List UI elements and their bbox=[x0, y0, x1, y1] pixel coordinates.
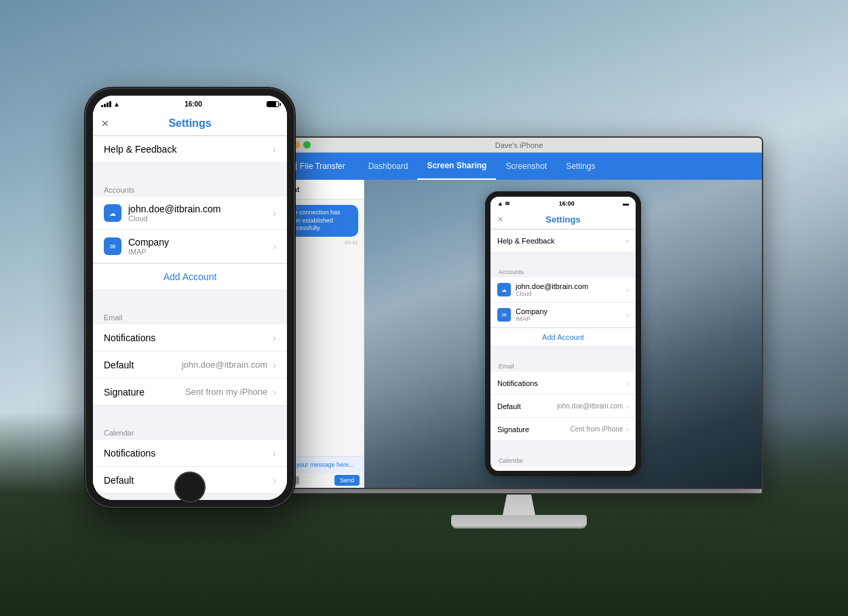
chevron-icon: › bbox=[273, 387, 276, 398]
settings-title: Settings bbox=[168, 117, 211, 130]
nav-settings[interactable]: Settings bbox=[556, 153, 604, 180]
accounts-section: Accounts ☁ john.doe@itbrain.com Cloud › bbox=[93, 176, 287, 290]
iphone-screen-area: ▲ 16:00 ✕ Settings bbox=[93, 96, 287, 500]
mirror-email-signature-right: Cent from iPhone › bbox=[571, 425, 630, 434]
account-row-2[interactable]: ✉ Company IMAP › bbox=[93, 230, 287, 263]
mirror-cloud-icon: ☁ bbox=[497, 283, 511, 296]
mirror-calendar-notifications-content: Notifications bbox=[497, 474, 626, 477]
mirror-calendar-notifications-row[interactable]: Notifications › bbox=[490, 466, 636, 476]
wifi-icon: ▲ bbox=[113, 100, 120, 108]
window-title: Dave's iPhone bbox=[495, 141, 543, 149]
email-notifications-label: Notifications bbox=[104, 332, 155, 343]
chevron-icon: › bbox=[273, 208, 276, 218]
mirror-accounts-header: Accounts bbox=[490, 262, 636, 277]
battery-icon bbox=[267, 101, 279, 107]
help-feedback-row[interactable]: Help & Feedback › bbox=[93, 136, 287, 163]
maximize-traffic-light[interactable] bbox=[303, 141, 311, 149]
mirror-add-account-label: Add Account bbox=[542, 333, 584, 341]
mirror-help-label: Help & Feedback bbox=[497, 237, 554, 245]
chevron-icon: › bbox=[273, 448, 276, 459]
calendar-default-label: Default bbox=[104, 475, 134, 486]
app-body: Chat The connection has been established… bbox=[276, 180, 762, 488]
email-default-row[interactable]: Default john.doe@itbrain.com › bbox=[93, 351, 287, 379]
mirror-email-signature-row[interactable]: Signature Cent from iPhone › bbox=[490, 418, 636, 441]
account-2-content: Company IMAP bbox=[128, 237, 273, 256]
chevron-icon: › bbox=[626, 311, 629, 319]
mirror-email-notifications-row[interactable]: Notifications › bbox=[490, 372, 636, 395]
chevron-icon: › bbox=[273, 144, 276, 155]
chevron-icon: › bbox=[626, 402, 629, 410]
help-feedback-label: Help & Feedback bbox=[104, 144, 176, 155]
chevron-icon: › bbox=[626, 379, 629, 387]
nav-screenshot[interactable]: Screenshot bbox=[496, 153, 556, 180]
mirror-help-row[interactable]: Help & Feedback › bbox=[490, 229, 636, 252]
email-notifications-row[interactable]: Notifications › bbox=[93, 324, 287, 351]
email-signature-label: Signature bbox=[104, 387, 144, 398]
main-content-area: ▲ ≋ 16:00 ▬ ✕ Settings bbox=[364, 180, 762, 488]
calendar-notifications-row[interactable]: Notifications › bbox=[93, 440, 287, 467]
iphone-screen: ▲ 16:00 ✕ Settings bbox=[93, 96, 287, 500]
mirror-email-header: Email bbox=[490, 356, 636, 372]
calendar-notifications-label: Notifications bbox=[104, 448, 155, 459]
close-button[interactable]: ✕ bbox=[101, 118, 109, 129]
mirror-add-account[interactable]: Add Account bbox=[490, 328, 636, 347]
settings-header: ✕ Settings bbox=[93, 112, 287, 136]
chevron-icon: › bbox=[626, 286, 629, 294]
mirror-time: 16:00 bbox=[559, 200, 575, 207]
phone-mirror: ▲ ≋ 16:00 ▬ ✕ Settings bbox=[485, 191, 641, 476]
mirror-account-1-row[interactable]: ☁ john.doe@itbrain.com Cloud › bbox=[490, 277, 636, 303]
add-account-label: Add Account bbox=[163, 271, 217, 282]
home-button[interactable] bbox=[174, 471, 206, 503]
account-2-name: Company bbox=[128, 237, 273, 248]
settings-content: Help & Feedback › Accounts ☁ bbox=[93, 136, 287, 494]
mirror-account-2-row[interactable]: ✉ Company IMAP › bbox=[490, 303, 636, 328]
chevron-icon: › bbox=[626, 425, 629, 434]
mirror-email-default-content: Default bbox=[497, 402, 557, 410]
mail-icon: ✉ bbox=[104, 237, 121, 255]
monitor-stand bbox=[275, 495, 763, 528]
divider-2 bbox=[93, 290, 287, 304]
mirror-email-notifications-content: Notifications bbox=[497, 379, 626, 387]
signal-bars-icon bbox=[101, 101, 111, 107]
status-left: ▲ bbox=[101, 100, 120, 108]
mirror-email-default-row[interactable]: Default john.doe@itbrain.com › bbox=[490, 395, 636, 418]
mirror-account-1-content: john.doe@itbrain.com Cloud bbox=[516, 282, 626, 297]
phone-mirror-status-bar: ▲ ≋ 16:00 ▬ bbox=[490, 197, 636, 210]
account-row-1[interactable]: ☁ john.doe@itbrain.com Cloud › bbox=[93, 197, 287, 230]
divider-3 bbox=[93, 406, 287, 419]
iphone-status-bar: ▲ 16:00 bbox=[93, 96, 287, 112]
mirror-calendar-notifications-label: Notifications bbox=[497, 474, 538, 477]
chevron-icon: › bbox=[273, 475, 276, 486]
nav-dashboard[interactable]: Dashboard bbox=[359, 153, 418, 180]
account-1-type: Cloud bbox=[128, 214, 273, 223]
mirror-email-default-label: Default bbox=[497, 402, 521, 410]
email-signature-row[interactable]: Signature Sent from my iPhone › bbox=[93, 379, 287, 406]
stand-base bbox=[451, 515, 587, 528]
email-default-value: john.doe@itbrain.com bbox=[182, 360, 268, 370]
chevron-icon: › bbox=[626, 474, 629, 477]
chevron-icon: › bbox=[273, 360, 276, 370]
mirror-email-signature-content: Signature bbox=[497, 425, 571, 434]
monitor-screen: Dave's iPhone FT File Transfer Dashboard… bbox=[275, 136, 763, 489]
mirror-account-1-name: john.doe@itbrain.com bbox=[516, 282, 626, 290]
mirror-email-signature-label: Signature bbox=[497, 425, 529, 434]
email-section: Email Notifications › Default bbox=[93, 304, 287, 406]
add-account-row[interactable]: Add Account bbox=[93, 263, 287, 290]
app-logo-text: File Transfer bbox=[300, 161, 345, 171]
status-right bbox=[267, 101, 279, 107]
divider-1 bbox=[93, 163, 287, 176]
calendar-notifications-content: Notifications bbox=[104, 447, 273, 459]
phone-mirror-header: ✕ Settings bbox=[490, 210, 636, 229]
email-signature-value: Sent from my iPhone bbox=[185, 387, 267, 397]
mirror-close-btn[interactable]: ✕ bbox=[497, 215, 503, 224]
mirror-help-content: Help & Feedback bbox=[497, 237, 626, 245]
mirror-account-2-name: Company bbox=[516, 307, 626, 315]
mirror-settings-title: Settings bbox=[545, 214, 580, 225]
mirror-account-2-content: Company IMAP bbox=[516, 307, 626, 322]
nav-screen-sharing[interactable]: Screen Sharing bbox=[417, 153, 496, 180]
battery-indicator: ▬ bbox=[623, 200, 629, 207]
mirror-email-signature-value: Cent from iPhone bbox=[571, 425, 623, 433]
send-button[interactable]: Send bbox=[334, 475, 360, 486]
phone-mirror-content: Help & Feedback › Accounts ☁ bbox=[490, 229, 636, 476]
mirror-email-default-value: john.doe@itbrain.com bbox=[557, 402, 623, 410]
